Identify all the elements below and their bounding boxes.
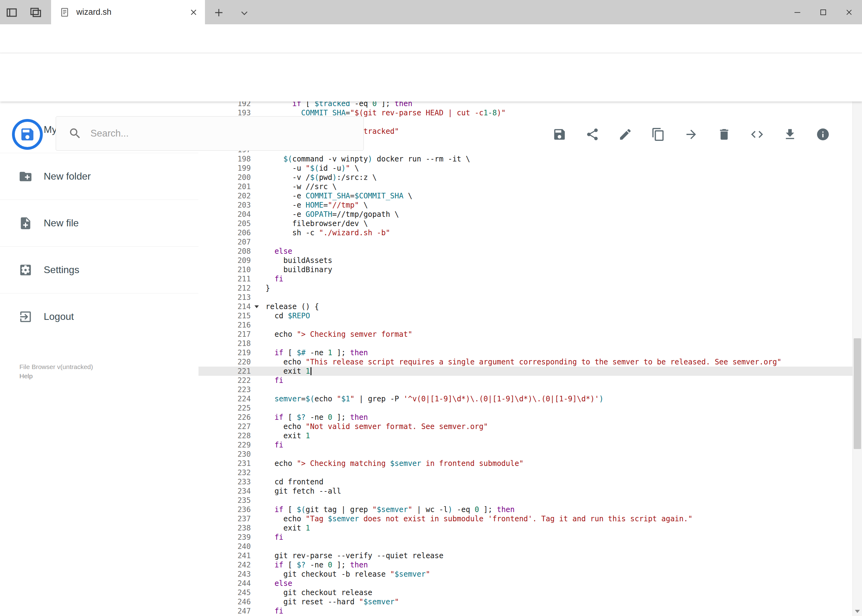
sidebar-item-new-folder[interactable]: New folder [0, 153, 199, 200]
edit-button[interactable] [618, 127, 632, 141]
code-view-button[interactable] [750, 127, 764, 141]
line-number: 216 [199, 321, 260, 330]
code-line-202[interactable]: 202 -e COMMIT_SHA=$COMMIT_SHA \ [199, 191, 853, 201]
line-number: 228 [199, 431, 260, 440]
help-link[interactable]: Help [19, 371, 93, 381]
scrollbar-down-button[interactable] [853, 607, 862, 616]
code-line-234[interactable]: 234 git fetch --all [199, 487, 853, 496]
sidebar-item-label: Logout [44, 311, 74, 322]
code-line-206[interactable]: 206 sh -c "./wizard.sh -b" [199, 228, 853, 237]
code-line-242[interactable]: 242 if [ $? -ne 0 ]; then [199, 560, 853, 570]
fold-icon[interactable] [255, 305, 259, 308]
delete-button[interactable] [717, 127, 731, 141]
code-line-216[interactable]: 216 [199, 321, 853, 330]
new-tab-button[interactable] [213, 7, 225, 19]
code-line-203[interactable]: 203 -e HOME="//tmp" \ [199, 201, 853, 210]
code-line-204[interactable]: 204 -e GOPATH=//tmp/gopath \ [199, 210, 853, 219]
code-line-215[interactable]: 215 cd $REPO [199, 311, 853, 321]
info-button[interactable] [816, 127, 830, 141]
code-line-224[interactable]: 224 semver=$(echo "$1" | grep -P '^v(0|[… [199, 394, 853, 404]
code-line-205[interactable]: 205 filebrowser/dev \ [199, 219, 853, 228]
code-line-233[interactable]: 233 cd frontend [199, 477, 853, 487]
code-text: fi [260, 440, 853, 449]
code-line-222[interactable]: 222 fi [199, 376, 853, 385]
close-button[interactable] [836, 0, 862, 24]
line-number: 245 [199, 588, 260, 597]
tabs-preview-icon[interactable] [29, 6, 43, 19]
code-line-208[interactable]: 208 else [199, 247, 853, 256]
code-icon [750, 127, 764, 141]
code-text: $(command -v winpty) docker run --rm -it… [260, 154, 853, 163]
code-line-229[interactable]: 229 fi [199, 440, 853, 449]
move-button[interactable] [684, 127, 698, 141]
tab-list-chevron[interactable] [239, 7, 250, 19]
code-line-245[interactable]: 245 git checkout release [199, 588, 853, 597]
code-line-238[interactable]: 238 exit 1 [199, 523, 853, 533]
code-line-192[interactable]: 192 if [ $tracked -eq 0 ]; then [199, 102, 853, 108]
info-icon [816, 127, 830, 141]
floppy-logo-icon [19, 126, 35, 142]
code-line-227[interactable]: 227 echo "Not valid semver format. See s… [199, 422, 853, 431]
code-line-235[interactable]: 235 [199, 496, 853, 505]
tab-close-button[interactable] [188, 7, 199, 17]
code-text: git checkout -b release "$semver" [260, 570, 853, 579]
code-line-219[interactable]: 219 if [ $# -ne 1 ]; then [199, 348, 853, 357]
code-line-230[interactable]: 230 [199, 449, 853, 459]
code-line-198[interactable]: 198 $(command -v winpty) docker run --rm… [199, 154, 853, 163]
code-line-200[interactable]: 200 -v /$(pwd):/src:z \ [199, 173, 853, 182]
code-line-225[interactable]: 225 [199, 404, 853, 413]
code-line-240[interactable]: 240 [199, 542, 853, 551]
sidebar-item-logout[interactable]: Logout [0, 293, 199, 340]
app-logo[interactable] [12, 119, 43, 150]
code-line-209[interactable]: 209 buildAssets [199, 256, 853, 265]
line-number: 217 [199, 330, 260, 339]
code-line-199[interactable]: 199 -u "$(id -u)" \ [199, 163, 853, 173]
code-line-211[interactable]: 211 fi [199, 274, 853, 284]
line-number: 218 [199, 339, 260, 348]
code-line-226[interactable]: 226 if [ $? -ne 0 ]; then [199, 413, 853, 422]
code-line-207[interactable]: 207 [199, 237, 853, 247]
sidebar-item-settings[interactable]: Settings [0, 246, 199, 293]
code-editor[interactable]: 192 if [ $tracked -eq 0 ]; then193 COMMI… [199, 102, 853, 616]
code-line-244[interactable]: 244 else [199, 579, 853, 588]
code-line-210[interactable]: 210 buildBinary [199, 265, 853, 274]
scrollbar-thumb[interactable] [854, 338, 861, 449]
code-line-220[interactable]: 220 echo "This release script requires a… [199, 357, 853, 366]
maximize-button[interactable] [810, 0, 836, 24]
code-line-232[interactable]: 232 [199, 468, 853, 477]
save-button[interactable] [552, 127, 567, 141]
code-text [260, 237, 853, 247]
code-line-243[interactable]: 243 git checkout -b release "$semver" [199, 570, 853, 579]
sidebar-item-new-file[interactable]: New file [0, 200, 199, 246]
browser-tab[interactable]: wizard.sh [51, 0, 205, 24]
code-line-201[interactable]: 201 -w //src \ [199, 182, 853, 191]
code-line-246[interactable]: 246 git reset --hard "$semver" [199, 597, 853, 607]
code-line-217[interactable]: 217 echo "> Checking semver format" [199, 330, 853, 339]
new-folder-icon [19, 170, 33, 184]
code-line-247[interactable]: 247 fi [199, 607, 853, 616]
code-line-236[interactable]: 236 if [ $(git tag | grep "$semver" | wc… [199, 505, 853, 514]
save-icon [552, 127, 567, 141]
search-input[interactable] [90, 127, 364, 139]
sidebar-item-label: Settings [44, 264, 79, 275]
share-button[interactable] [585, 127, 599, 141]
set-tabs-aside-icon[interactable] [5, 6, 19, 19]
search-bar[interactable] [56, 116, 364, 151]
page-icon [59, 7, 70, 18]
minimize-button[interactable] [785, 0, 810, 24]
download-button[interactable] [783, 127, 797, 141]
code-line-239[interactable]: 239 fi [199, 533, 853, 542]
copy-button[interactable] [651, 127, 665, 141]
code-line-231[interactable]: 231 echo "> Checking matching $semver in… [199, 459, 853, 468]
code-line-212[interactable]: 212} [199, 284, 853, 293]
line-number: 209 [199, 256, 260, 265]
code-line-237[interactable]: 237 echo "Tag $semver does not exist in … [199, 514, 853, 523]
code-line-223[interactable]: 223 [199, 385, 853, 394]
code-line-241[interactable]: 241 git rev-parse --verify --quiet relea… [199, 551, 853, 560]
code-line-228[interactable]: 228 exit 1 [199, 431, 853, 440]
code-line-214[interactable]: 214release () { [199, 302, 853, 311]
code-text: if [ $(git tag | grep "$semver" | wc -l)… [260, 505, 853, 514]
code-line-221[interactable]: 221 exit 1 [199, 366, 853, 376]
code-line-213[interactable]: 213 [199, 293, 853, 302]
code-line-218[interactable]: 218 [199, 339, 853, 348]
